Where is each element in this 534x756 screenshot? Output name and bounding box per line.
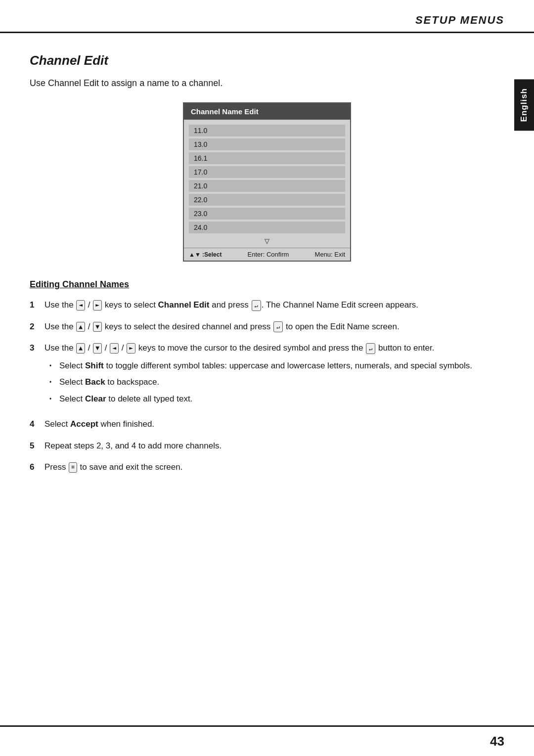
- intro-text: Use Channel Edit to assign a name to a c…: [30, 78, 504, 89]
- up-arrow-icon-3: ▲: [76, 343, 85, 353]
- channel-item: 22.0: [189, 194, 345, 206]
- sub-bullet-shift-text: Select Shift to toggle different symbol …: [59, 359, 472, 372]
- menu-icon: ≡: [69, 462, 77, 473]
- sub-bullet-clear: • Select Clear to delete all typed text.: [49, 393, 504, 405]
- screen-footer: ▲▼ :Select Enter: Confirm Menu: Exit: [184, 248, 350, 261]
- page-number: 43: [490, 734, 504, 749]
- editing-channel-names-heading: Editing Channel Names: [30, 279, 504, 290]
- left-arrow-icon: ◄: [76, 300, 85, 310]
- left-arrow-icon-3: ◄: [110, 343, 119, 353]
- screen-mockup-wrapper: Channel Name Edit 11.0 13.0 16.1 17.0 21…: [30, 102, 504, 262]
- sub-bullets-3: • Select Shift to toggle different symbo…: [44, 359, 504, 405]
- page-title: Channel Edit: [30, 53, 504, 68]
- setup-menus-title: SETUP MENUS: [415, 14, 504, 27]
- step-1: 1 Use the ◄ / ► keys to select Channel E…: [30, 299, 504, 311]
- step-2-content: Use the ▲ / ▼ keys to select the desired…: [44, 320, 504, 333]
- step-4: 4 Select Accept when finished.: [30, 418, 504, 431]
- down-arrow-icon: ▼: [93, 322, 102, 332]
- bullet-icon-3: •: [49, 395, 59, 403]
- step-6-number: 6: [30, 461, 44, 474]
- channel-item: 21.0: [189, 180, 345, 192]
- up-arrow-icon: ▲: [76, 322, 85, 332]
- step-5-content: Repeat steps 2, 3, and 4 to add more cha…: [44, 440, 504, 452]
- step-5: 5 Repeat steps 2, 3, and 4 to add more c…: [30, 440, 504, 452]
- screen-spacer: [184, 120, 350, 125]
- step-3-content: Use the ▲ / ▼ / ◄ / ► keys to move the c…: [44, 342, 504, 409]
- enter-icon: ↵: [252, 300, 261, 311]
- screen-mockup: Channel Name Edit 11.0 13.0 16.1 17.0 21…: [183, 102, 351, 262]
- step-1-content: Use the ◄ / ► keys to select Channel Edi…: [44, 299, 504, 311]
- step-3-number: 3: [30, 342, 44, 355]
- step-6-content: Press ≡ to save and exit the screen.: [44, 461, 504, 474]
- page-footer: 43: [0, 725, 534, 756]
- down-arrow-icon-3: ▼: [93, 343, 102, 353]
- bullet-icon-2: •: [49, 378, 59, 387]
- channel-item: 11.0: [189, 125, 345, 136]
- right-arrow-icon-3: ►: [127, 343, 135, 353]
- step-2: 2 Use the ▲ / ▼ keys to select the desir…: [30, 320, 504, 333]
- footer-exit: Menu: Exit: [315, 251, 345, 258]
- scroll-down-indicator: ▽: [184, 235, 350, 248]
- step-1-number: 1: [30, 299, 44, 311]
- sub-bullet-clear-text: Select Clear to delete all typed text.: [59, 393, 192, 405]
- step-2-number: 2: [30, 320, 44, 333]
- step-4-content: Select Accept when finished.: [44, 418, 504, 431]
- main-content: Channel Edit Use Channel Edit to assign …: [0, 33, 534, 512]
- enter-icon-2: ↵: [273, 321, 283, 332]
- channel-item: 23.0: [189, 208, 345, 220]
- sub-bullet-back: • Select Back to backspace.: [49, 376, 504, 389]
- right-arrow-icon: ►: [93, 300, 102, 310]
- sub-bullet-back-text: Select Back to backspace.: [59, 376, 159, 389]
- language-tab: English: [514, 79, 534, 131]
- channel-item: 24.0: [189, 222, 345, 233]
- screen-header: Channel Name Edit: [184, 103, 350, 120]
- step-4-number: 4: [30, 418, 44, 431]
- steps-list: 1 Use the ◄ / ► keys to select Channel E…: [30, 299, 504, 474]
- sub-bullet-shift: • Select Shift to toggle different symbo…: [49, 359, 504, 372]
- page-header: SETUP MENUS: [0, 0, 534, 33]
- channel-item: 17.0: [189, 166, 345, 178]
- channel-item: 16.1: [189, 152, 345, 164]
- footer-confirm: Enter: Confirm: [248, 251, 289, 258]
- channel-item: 13.0: [189, 138, 345, 150]
- step-5-number: 5: [30, 440, 44, 452]
- footer-select: ▲▼ :Select: [189, 251, 222, 258]
- enter-icon-3: ↵: [366, 343, 375, 354]
- step-3: 3 Use the ▲ / ▼ / ◄ / ► keys to move the…: [30, 342, 504, 409]
- bullet-icon: •: [49, 361, 59, 370]
- step-6: 6 Press ≡ to save and exit the screen.: [30, 461, 504, 474]
- screen-channel-list: 11.0 13.0 16.1 17.0 21.0 22.0 23.0 24.0: [184, 125, 350, 233]
